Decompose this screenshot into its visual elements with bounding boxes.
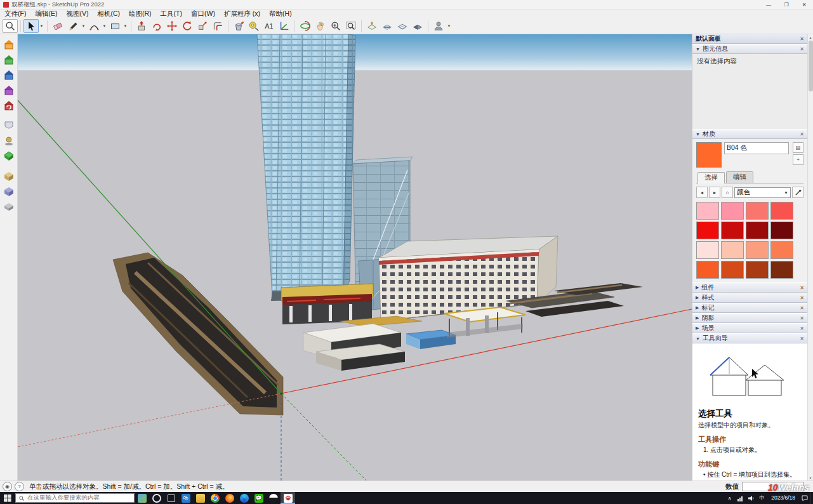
help-icon[interactable]: ? <box>15 482 24 491</box>
shape-tool-button[interactable] <box>107 19 122 33</box>
tray-chevron-up-icon[interactable]: ∧ <box>724 492 735 504</box>
taskbar-search-box[interactable]: 在这里输入你要搜索的内容 <box>15 493 135 503</box>
sample-paint-button[interactable] <box>792 187 803 198</box>
components-button[interactable] <box>1 149 17 164</box>
color-swatch[interactable] <box>746 241 769 259</box>
right-view-button[interactable] <box>1 83 17 98</box>
menu-item-extensions[interactable]: 扩展程序 (x) <box>220 10 265 18</box>
zoom-extents-tool-button[interactable] <box>343 19 359 33</box>
entity-info-header[interactable]: ▼ 图元信息 ✕ <box>692 44 807 54</box>
color-swatch[interactable] <box>746 202 769 220</box>
color-swatch[interactable] <box>721 241 744 259</box>
scroll-down-icon[interactable]: ▼ <box>808 475 813 481</box>
geolocation-icon[interactable]: ◉ <box>3 482 12 491</box>
material-category-dropdown[interactable]: 颜色 ▼ <box>734 187 791 198</box>
offset-tool-button[interactable] <box>210 19 225 33</box>
layers-button[interactable] <box>1 199 17 215</box>
tab-edit[interactable]: 编辑 <box>726 171 753 183</box>
in-model-home-button[interactable]: ⌂ <box>722 187 733 198</box>
axes-tool-button[interactable] <box>277 19 292 33</box>
menu-item-edit[interactable]: 编辑(E) <box>30 10 62 18</box>
tab-select[interactable]: 选择 <box>697 172 725 183</box>
widgets-button[interactable] <box>135 492 149 504</box>
zoom-tool-button[interactable] <box>328 19 343 33</box>
avatar-button[interactable] <box>431 19 446 33</box>
menu-item-window[interactable]: 窗口(W) <box>187 10 220 18</box>
forward-arrow-button[interactable]: ▸ <box>709 187 720 198</box>
collapse-arrow-icon[interactable]: ▼ <box>696 47 700 51</box>
color-swatch[interactable] <box>770 261 793 279</box>
task-view-button[interactable] <box>164 492 178 504</box>
color-swatch[interactable] <box>696 241 719 259</box>
styles-section-header[interactable]: ▶ 样式 ✕ <box>692 293 807 303</box>
expand-arrow-icon[interactable]: ▶ <box>696 315 699 321</box>
create-material-button[interactable]: + <box>793 154 803 165</box>
menu-item-camera[interactable]: 相机(C) <box>93 10 124 18</box>
display-section-cuts-button[interactable] <box>380 19 395 33</box>
viewport-canvas[interactable] <box>18 34 692 481</box>
orbit-tool-button[interactable] <box>298 19 313 33</box>
file-explorer-button[interactable] <box>193 492 208 504</box>
tags-section-header[interactable]: ▶ 标记 ✕ <box>692 303 807 313</box>
shape-tool-dropdown[interactable]: ▼ <box>122 19 128 33</box>
menu-item-draw[interactable]: 绘图(R) <box>124 10 156 18</box>
edge-button[interactable] <box>237 492 251 504</box>
scale-tool-button[interactable] <box>195 19 210 33</box>
color-swatch[interactable] <box>746 261 769 279</box>
rotate-tool-button[interactable] <box>180 19 195 33</box>
cortana-button[interactable] <box>149 492 164 504</box>
menu-item-view[interactable]: 视图(V) <box>62 10 93 18</box>
avatar-dropdown[interactable]: ▼ <box>446 19 452 33</box>
material-preview-swatch[interactable] <box>696 142 722 168</box>
back-view-button[interactable] <box>1 98 17 113</box>
expand-arrow-icon[interactable]: ▶ <box>696 305 699 310</box>
arc-tool-button[interactable] <box>86 19 102 33</box>
section-plane-tool-button[interactable] <box>364 19 380 33</box>
line-tool-dropdown[interactable]: ▼ <box>81 19 86 33</box>
billboard-building-model[interactable] <box>281 284 373 324</box>
section-close-icon[interactable]: ✕ <box>800 285 804 291</box>
section-close-icon[interactable]: ✕ <box>800 315 804 321</box>
qq-button[interactable] <box>266 492 281 504</box>
display-section-planes-button[interactable] <box>395 19 410 33</box>
section-close-icon[interactable]: ✕ <box>800 295 804 301</box>
input-method-indicator[interactable]: 中 <box>757 492 767 504</box>
line-tool-button[interactable] <box>65 19 81 33</box>
taskbar-clock[interactable]: 2023/6/18 <box>767 495 799 501</box>
network-icon[interactable] <box>735 492 746 504</box>
color-swatch[interactable] <box>721 222 744 239</box>
collapse-arrow-icon[interactable]: ▼ <box>696 336 700 341</box>
color-swatch[interactable] <box>696 261 719 279</box>
maximize-button[interactable]: ❐ <box>777 1 795 9</box>
chrome-button[interactable] <box>208 492 222 504</box>
sketchup-taskbar-button[interactable] <box>281 492 295 504</box>
materials-header[interactable]: ▼ 材质 ✕ <box>692 129 807 139</box>
back-arrow-button[interactable]: ◂ <box>696 187 708 198</box>
close-button[interactable]: ✕ <box>795 1 813 9</box>
select-tool-dropdown[interactable]: ▼ <box>39 19 44 33</box>
show-desktop-button[interactable] <box>810 492 813 504</box>
model-viewport[interactable] <box>18 34 692 481</box>
scrollbar-thumb[interactable] <box>809 41 813 91</box>
paint-bucket-tool-button[interactable] <box>231 19 246 33</box>
start-button[interactable] <box>0 492 15 504</box>
canopy-structures-model[interactable] <box>303 324 405 371</box>
search-tool-button[interactable] <box>3 19 18 33</box>
color-swatch[interactable] <box>770 222 793 239</box>
expand-arrow-icon[interactable]: ▶ <box>696 326 699 331</box>
material-name-field[interactable]: B04 色 <box>724 142 789 154</box>
color-swatch[interactable] <box>696 222 719 239</box>
top-view-button[interactable] <box>1 52 17 67</box>
tray-scrollbar[interactable]: ▲ ▼ <box>807 34 813 481</box>
collapse-arrow-icon[interactable]: ▼ <box>696 132 700 136</box>
color-swatch[interactable] <box>746 222 769 239</box>
expand-arrow-icon[interactable]: ▶ <box>696 295 699 300</box>
expand-arrow-icon[interactable]: ▶ <box>696 285 699 290</box>
instructor-close-icon[interactable]: ✕ <box>800 336 804 342</box>
materials-box-button[interactable] <box>1 169 17 184</box>
move-tool-button[interactable] <box>164 19 180 33</box>
secondary-pane-button[interactable]: ▤ <box>793 142 803 153</box>
menu-item-tools[interactable]: 工具(T) <box>156 10 187 18</box>
eraser-tool-button[interactable] <box>50 19 65 33</box>
arc-tool-dropdown[interactable]: ▼ <box>102 19 107 33</box>
